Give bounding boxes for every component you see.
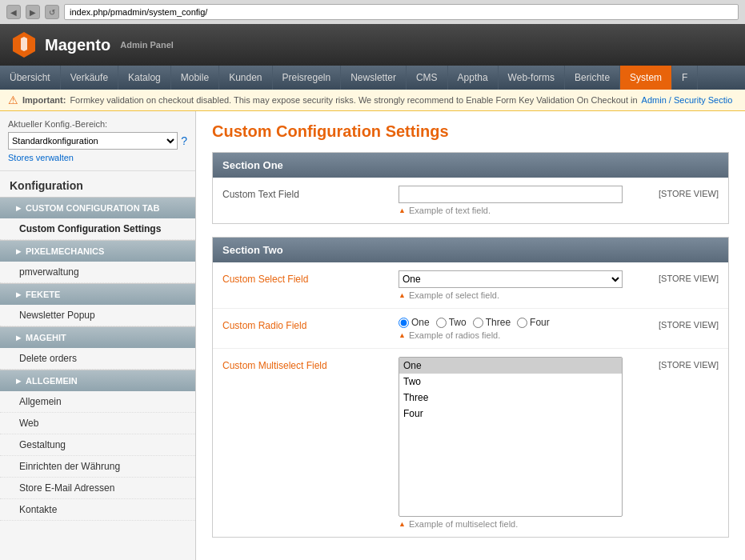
sidebar-section-label-magehit: MAGEHIT: [26, 333, 66, 342]
sidebar: Aktueller Konfig.-Bereich: Standardkonfi…: [0, 111, 196, 560]
scope-help-button[interactable]: ?: [181, 134, 187, 147]
sidebar-item-wahrung[interactable]: Einrichten der Währung: [0, 456, 195, 478]
stores-link[interactable]: Stores verwalten: [8, 153, 187, 162]
multiselect-opt-four: Four: [399, 406, 622, 422]
layout: Aktueller Konfig.-Bereich: Standardkonfi…: [0, 111, 745, 560]
multiselect-opt-two: Two: [399, 374, 622, 390]
warning-link[interactable]: Admin / Security Sectio: [642, 95, 733, 105]
content-area: Custom Configuration Settings Section On…: [196, 111, 745, 560]
radio-two[interactable]: [436, 318, 447, 328]
nav-ubersicht[interactable]: Übersicht: [0, 66, 61, 90]
sidebar-item-pmverwaltung[interactable]: pmverwaltung: [0, 262, 195, 283]
sidebar-item-delete-orders[interactable]: Delete orders: [0, 348, 195, 370]
arrow-icon: ▶: [16, 205, 21, 212]
arrow-icon-mh: ▶: [16, 334, 21, 342]
nav-system[interactable]: System: [620, 66, 672, 90]
sidebar-section-header-pixelmechanics[interactable]: ▶ PIXELMECHANICS: [0, 241, 195, 262]
config-hint-multiselect: ▲ Example of multiselect field.: [399, 519, 643, 529]
radio-one[interactable]: [399, 318, 409, 328]
sidebar-item-custom-config-settings[interactable]: Custom Configuration Settings: [0, 218, 195, 240]
forward-button[interactable]: ▶: [26, 5, 40, 19]
sidebar-item-allgemein[interactable]: Allgemein: [0, 391, 195, 413]
sidebar-section-label-allgemein: ALLGEMEIN: [26, 376, 78, 386]
custom-multiselect-field[interactable]: One Two Three Four: [399, 357, 623, 517]
page-title: Custom Configuration Settings: [212, 122, 729, 141]
config-field-multiselect: One Two Three Four ▲ Example of multisel…: [399, 357, 643, 529]
sidebar-section-header-magehit[interactable]: ▶ MAGEHIT: [0, 327, 195, 348]
scope-selector: Aktueller Konfig.-Bereich: Standardkonfi…: [0, 111, 195, 171]
custom-text-input[interactable]: [399, 186, 623, 203]
hint-text-label: Example of text field.: [409, 206, 491, 215]
arrow-icon-ag: ▶: [16, 378, 21, 385]
nav-kunden[interactable]: Kunden: [219, 66, 272, 90]
scope-select-wrap: Standardkonfiguration ?: [8, 132, 187, 150]
scope-label: Aktueller Konfig.-Bereich:: [8, 119, 187, 129]
nav-newsletter[interactable]: Newsletter: [341, 66, 407, 90]
sidebar-item-gestaltung[interactable]: Gestaltung: [0, 434, 195, 456]
multiselect-opt-three: Three: [399, 390, 622, 406]
nav-cms[interactable]: CMS: [407, 66, 448, 90]
warning-message: Formkey validation on checkout disabled.…: [70, 95, 637, 105]
config-hint-text: ▲ Example of text field.: [399, 206, 643, 215]
sidebar-section-fekete: ▶ FEKETE Newsletter Popup: [0, 283, 195, 326]
radio-item-two[interactable]: Two: [436, 317, 467, 328]
config-section-two-header: Section Two: [213, 238, 728, 262]
warning-icon: ⚠: [8, 94, 18, 106]
hint-triangle-radio-icon: ▲: [399, 331, 406, 339]
nav-mobile[interactable]: Mobile: [171, 66, 219, 90]
radio-item-three[interactable]: Three: [473, 317, 511, 328]
browser-bar: ◀ ▶ ↺: [0, 0, 745, 24]
arrow-icon-fk: ▶: [16, 291, 21, 298]
config-hint-radio: ▲ Example of radios field.: [399, 330, 643, 340]
radio-item-four[interactable]: Four: [517, 317, 550, 328]
nav-katalog[interactable]: Katalog: [118, 66, 171, 90]
nav-webforms[interactable]: Web-forms: [499, 66, 565, 90]
store-view-badge-radio: [STORE VIEW]: [643, 317, 719, 330]
url-bar[interactable]: [64, 4, 739, 20]
hint-multiselect-label: Example of multiselect field.: [409, 519, 518, 529]
sidebar-section-header-allgemein[interactable]: ▶ ALLGEMEIN: [0, 370, 195, 391]
radio-label-four: Four: [530, 317, 550, 328]
magento-logo-icon: [10, 30, 38, 59]
sidebar-item-newsletter-popup[interactable]: Newsletter Popup: [0, 305, 195, 326]
hint-triangle-icon: ▲: [399, 206, 406, 214]
radio-item-one[interactable]: One: [399, 317, 430, 328]
nav-verkaufe[interactable]: Verkäufe: [61, 66, 118, 90]
hint-select-label: Example of select field.: [409, 290, 499, 300]
config-field-radio: One Two Three: [399, 317, 643, 340]
main-nav: Übersicht Verkäufe Katalog Mobile Kunden…: [0, 66, 745, 90]
nav-f[interactable]: F: [672, 66, 698, 90]
radio-four[interactable]: [517, 318, 527, 328]
sidebar-item-kontakte[interactable]: Kontakte: [0, 499, 195, 521]
sidebar-section-header-fekete[interactable]: ▶ FEKETE: [0, 284, 195, 305]
config-row-text: Custom Text Field ▲ Example of text fiel…: [213, 178, 728, 223]
content-inner: Custom Configuration Settings Section On…: [196, 111, 745, 560]
sidebar-config-title: Konfiguration: [0, 171, 195, 197]
sidebar-section-pixelmechanics: ▶ PIXELMECHANICS pmverwaltung: [0, 240, 195, 283]
custom-select-field[interactable]: One Two Three Four: [399, 270, 623, 288]
warning-bar: ⚠ Important: Formkey validation on check…: [0, 90, 745, 111]
radio-three[interactable]: [473, 318, 483, 328]
store-view-badge-select: [STORE VIEW]: [643, 270, 719, 283]
nav-preisregeln[interactable]: Preisregeln: [273, 66, 342, 90]
logo-text: Magento: [45, 36, 110, 54]
config-section-one-header: Section One: [213, 153, 728, 178]
config-label-radio: Custom Radio Field: [222, 317, 399, 331]
radio-label-two: Two: [449, 317, 467, 328]
sidebar-section-custom-config: ▶ CUSTOM CONFIGURATION TAB Custom Config…: [0, 197, 195, 240]
radio-label-three: Three: [486, 317, 511, 328]
store-view-badge-text: [STORE VIEW]: [643, 186, 719, 198]
config-row-multiselect: Custom Multiselect Field One Two Three F…: [213, 349, 728, 537]
scope-select[interactable]: Standardkonfiguration: [8, 132, 178, 150]
sidebar-item-web[interactable]: Web: [0, 413, 195, 434]
config-section-two: Section Two Custom Select Field One Two …: [212, 237, 729, 538]
back-button[interactable]: ◀: [6, 5, 21, 19]
sidebar-section-header-custom-config[interactable]: ▶ CUSTOM CONFIGURATION TAB: [0, 198, 195, 218]
nav-berichte[interactable]: Berichte: [565, 66, 620, 90]
refresh-button[interactable]: ↺: [45, 5, 59, 19]
top-header: Magento Admin Panel: [0, 24, 745, 66]
sidebar-section-label-fekete: FEKETE: [26, 290, 60, 299]
nav-apptha[interactable]: Apptha: [448, 66, 499, 90]
sidebar-item-store-email[interactable]: Store E-Mail Adressen: [0, 478, 195, 499]
store-view-badge-multiselect: [STORE VIEW]: [643, 357, 719, 370]
